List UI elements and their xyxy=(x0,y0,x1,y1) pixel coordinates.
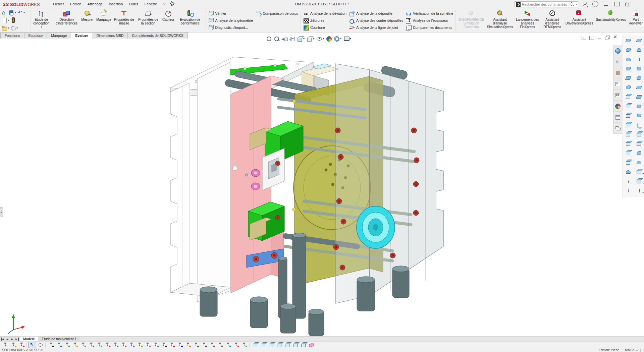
swept-surface-tool[interactable] xyxy=(624,45,633,54)
curves-tool[interactable]: ▾ xyxy=(634,185,643,195)
filter-dimensions-button[interactable] xyxy=(160,342,168,348)
menu-fichier[interactable]: Fichier xyxy=(50,0,67,8)
options-button[interactable]: ▾ xyxy=(10,25,18,31)
filter-origins-button[interactable] xyxy=(103,342,111,348)
filter-axes-button[interactable] xyxy=(87,342,95,348)
snap-center-points-button[interactable] xyxy=(259,342,267,348)
filter-notes-button[interactable] xyxy=(176,342,184,348)
filled-surface-tool[interactable] xyxy=(624,73,633,82)
driveworksxpress-wizard-button[interactable]: Assistant DriveWorksXpress xyxy=(564,9,595,32)
simulationxpress-wizard-button[interactable]: Assistant d'analyse SimulationXpress xyxy=(486,9,515,32)
trim-surface-tool[interactable] xyxy=(634,82,643,92)
filter-edges-button[interactable] xyxy=(55,342,63,348)
filter-geometric-tolerances-button[interactable] xyxy=(200,342,208,348)
mass-properties-button[interactable]: Propriétés de masse xyxy=(113,9,136,32)
parting-line-analysis-button[interactable]: Analyse de la ligne de joint xyxy=(348,24,405,31)
solidworks-forum-tab[interactable] xyxy=(613,123,622,134)
markup-button[interactable]: Marquage xyxy=(95,9,113,32)
new-document-button[interactable]: ▾ xyxy=(1,17,9,23)
command-search[interactable]: ▾ xyxy=(515,1,578,7)
menu-aide[interactable]: ? xyxy=(160,0,168,8)
filter-blocks-button[interactable] xyxy=(224,342,232,348)
knit-surface-tool[interactable] xyxy=(634,110,643,120)
3dexperience-marketplace-tab[interactable] xyxy=(613,45,622,56)
filter-datums-button[interactable] xyxy=(208,342,216,348)
snap-midpoints-button[interactable] xyxy=(267,342,275,348)
tab-complements-de-solidworks[interactable]: Compléments de SOLIDWORKS xyxy=(127,33,187,39)
design-study-button[interactable]: Etude de conception ▾ xyxy=(32,9,51,32)
cavity-tool[interactable] xyxy=(624,101,633,110)
view-palette-tab[interactable] xyxy=(613,90,622,101)
filter-solid-bodies-button[interactable] xyxy=(79,342,87,348)
selection-filter-toggle-button[interactable] xyxy=(1,342,9,348)
model-3d-view[interactable] xyxy=(0,39,644,336)
scale-tool[interactable] xyxy=(624,110,633,120)
search-icon[interactable] xyxy=(570,2,574,7)
deform-tool[interactable] xyxy=(624,185,633,195)
sustainabilityxpress-button[interactable]: SustainabilityXpress xyxy=(594,9,627,32)
solidworks-resources-tab[interactable] xyxy=(613,56,622,67)
save-button[interactable]: ▾ xyxy=(8,9,16,16)
check-button[interactable]: Vérifier xyxy=(207,10,255,17)
view-settings-button[interactable]: ▾ xyxy=(343,36,352,42)
custom-properties-tab[interactable] xyxy=(613,112,622,123)
flex-tool[interactable] xyxy=(624,176,633,185)
pin-menu-icon[interactable] xyxy=(169,1,175,7)
tab-fonctions[interactable]: Fonctions xyxy=(0,33,24,39)
untrim-surface-tool[interactable] xyxy=(634,148,643,157)
freeform-tool[interactable] xyxy=(634,54,643,63)
join-tool[interactable] xyxy=(624,157,633,167)
zoom-to-area-button[interactable] xyxy=(273,36,280,42)
open-button[interactable]: ▾ xyxy=(1,25,9,31)
menu-fenetre[interactable]: Fenêtre xyxy=(141,0,160,8)
extruded-surface-tool[interactable] xyxy=(634,35,643,45)
filter-coordinate-systems-button[interactable] xyxy=(111,342,119,348)
part-reviewer-button[interactable]: Part Reviewer xyxy=(627,9,644,32)
menu-outils[interactable]: Outils xyxy=(126,0,141,8)
reference-geometry-tool[interactable]: ▾ xyxy=(634,176,643,185)
menu-insertion[interactable]: Insertion xyxy=(106,0,126,8)
filter-centerlines-button[interactable] xyxy=(152,342,160,348)
import-diagnostics-button[interactable]: Diagnostic d'import... xyxy=(207,24,255,31)
geometry-analysis-button[interactable]: Analyse de la géométrie xyxy=(207,17,255,24)
boundary-surface-tool[interactable] xyxy=(624,82,633,92)
model-tab[interactable]: Modèle xyxy=(20,337,38,341)
search-input[interactable] xyxy=(522,2,568,6)
ruled-surface-tool[interactable] xyxy=(634,63,643,73)
performance-evaluation-button[interactable]: Evaluation de performance xyxy=(176,9,205,32)
sensor-button[interactable]: Capteur xyxy=(161,9,176,32)
thicken-tool[interactable] xyxy=(634,101,643,110)
filter-annotations-button[interactable] xyxy=(168,342,176,348)
ejector-housing-plate[interactable] xyxy=(170,83,190,292)
motion-study-1-tab[interactable]: Etude de mouvement 1 xyxy=(38,337,80,341)
tab-evaluer[interactable]: Evaluer xyxy=(71,33,92,39)
locating-ring-cyan[interactable] xyxy=(357,206,395,248)
design-library-tab[interactable] xyxy=(613,67,622,78)
filter-surface-bodies-button[interactable] xyxy=(71,342,79,348)
dfmxpress-wizard-button[interactable]: Assistant d'analyse DFMXpress xyxy=(540,9,564,32)
rebuild-button[interactable] xyxy=(10,17,16,23)
tab-dimensions-mbd[interactable]: Dimensions MBD xyxy=(92,33,127,39)
snap-intersections-button[interactable] xyxy=(283,342,291,348)
appearances-scenes-tab[interactable] xyxy=(613,101,622,112)
dome-tool[interactable] xyxy=(624,167,633,176)
tab-esquisse[interactable]: Esquisse xyxy=(24,33,47,39)
filter-surface-finish-button[interactable] xyxy=(192,342,200,348)
featuremanager-flyout-handle[interactable]: ◂ xyxy=(0,207,3,217)
snap-quadrant-points-button[interactable] xyxy=(275,342,283,348)
filter-connection-points-button[interactable] xyxy=(232,342,240,348)
zoom-to-fit-button[interactable] xyxy=(266,36,272,42)
lofted-surface-tool[interactable] xyxy=(624,63,633,73)
moving-half-transparent[interactable] xyxy=(335,64,443,303)
support-plate[interactable] xyxy=(197,62,230,302)
snap-points-button[interactable] xyxy=(251,342,259,348)
filter-vertices-button[interactable] xyxy=(47,342,55,348)
filter-balloons-button[interactable] xyxy=(184,342,192,348)
edit-appearance-button[interactable] xyxy=(326,36,332,42)
intersect-tool[interactable] xyxy=(624,138,633,148)
filter-sketch-items-button[interactable] xyxy=(9,342,17,348)
snap-perpendicular-button[interactable] xyxy=(299,342,307,348)
section-view-button[interactable] xyxy=(289,36,295,42)
wrap-tool[interactable] xyxy=(624,92,633,101)
clear-selections-button[interactable] xyxy=(307,342,315,348)
